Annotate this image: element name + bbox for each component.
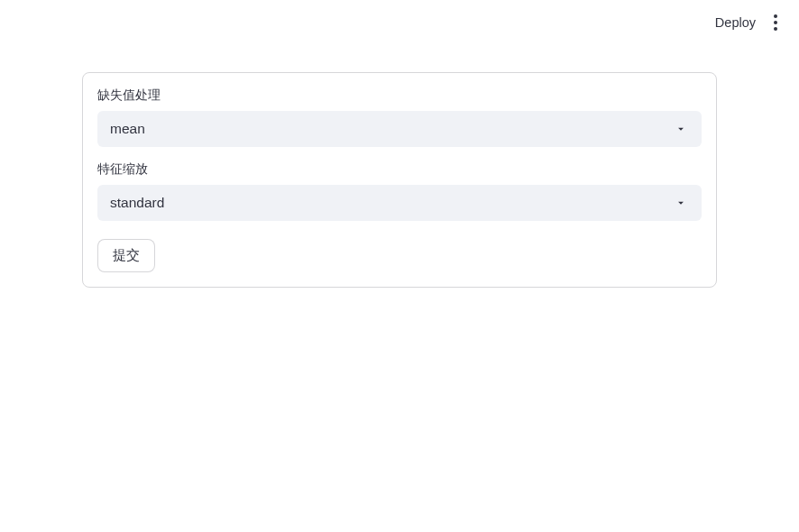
header: Deploy <box>0 0 799 45</box>
missing-value-select[interactable]: mean <box>97 111 702 147</box>
chevron-down-icon <box>673 121 689 137</box>
missing-value-label: 缺失值处理 <box>97 87 702 104</box>
chevron-down-icon <box>673 195 689 211</box>
feature-scaling-select[interactable]: standard <box>97 185 702 221</box>
feature-scaling-group: 特征缩放 standard <box>97 161 702 221</box>
deploy-button[interactable]: Deploy <box>715 15 756 30</box>
main-container: 缺失值处理 mean 特征缩放 standard 提交 <box>82 72 717 288</box>
missing-value-group: 缺失值处理 mean <box>97 87 702 147</box>
form-card: 缺失值处理 mean 特征缩放 standard 提交 <box>82 72 717 288</box>
menu-icon[interactable] <box>770 11 781 34</box>
missing-value-selected: mean <box>110 121 673 137</box>
feature-scaling-label: 特征缩放 <box>97 161 702 178</box>
submit-button[interactable]: 提交 <box>97 239 155 272</box>
feature-scaling-selected: standard <box>110 195 673 211</box>
